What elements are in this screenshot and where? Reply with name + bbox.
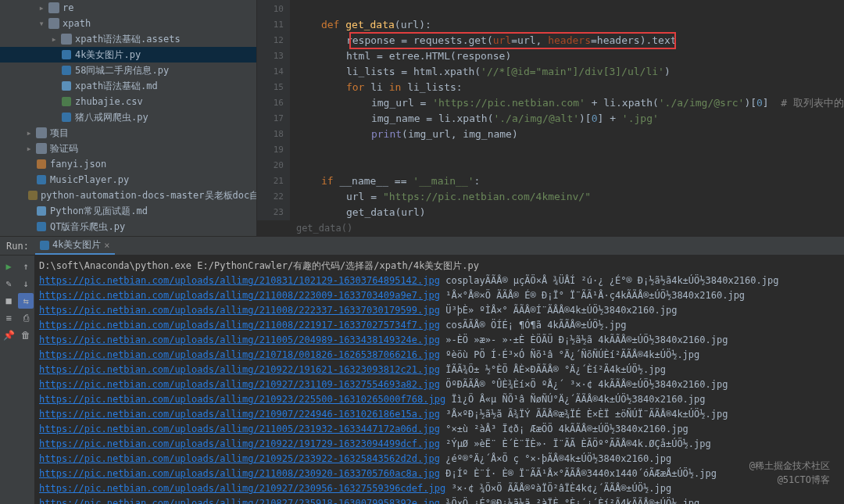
pin-icon[interactable]: 📌 [1, 327, 16, 343]
output-link[interactable]: https://pic.netbian.com/uploads/allimg/2… [39, 305, 440, 316]
project-tree[interactable]: ▸re▾xpath▸xpath语法基础.assets4k美女图片.py58同城二… [0, 0, 257, 236]
tree-item-label: zhubajie.csv [75, 96, 143, 107]
console-row: https://pic.netbian.com/uploads/allimg/2… [39, 363, 844, 377]
run-tab[interactable]: 4k美女图片 × [35, 237, 115, 255]
console-command: D:\soft\Anaconda\python.exe E:/PythonCra… [39, 259, 844, 273]
console-row: https://pic.netbian.com/uploads/allimg/2… [39, 466, 844, 481]
tree-item-label: xpath语法基础.assets [75, 33, 181, 46]
output-link[interactable]: https://pic.netbian.com/uploads/allimg/2… [39, 275, 440, 286]
code-line[interactable]: img_url = 'https://pic.netbian.com' + li… [290, 95, 844, 111]
tree-item[interactable]: ▾xpath [0, 16, 256, 31]
output-link[interactable]: https://pic.netbian.com/uploads/allimg/2… [39, 394, 445, 405]
tree-item-label: Python常见面试题.md [50, 205, 148, 218]
tree-item[interactable]: 58同城二手房信息.py [0, 63, 256, 78]
output-link[interactable]: https://pic.netbian.com/uploads/allimg/2… [39, 364, 440, 375]
trash-icon[interactable]: 🗑 [18, 327, 34, 343]
down-icon[interactable]: ↓ [18, 276, 34, 291]
tree-item[interactable]: xpath语法基础.md [0, 78, 256, 94]
code-line[interactable]: for li in li_lists: [290, 80, 844, 95]
console-row: https://pic.netbian.com/uploads/allimg/2… [39, 318, 844, 333]
output-link[interactable]: https://pic.netbian.com/uploads/allimg/2… [39, 438, 440, 449]
tree-item-label: 4k美女图片.py [75, 48, 141, 62]
tree-item-label: 58同城二手房信息.py [75, 64, 169, 77]
console-row: https://pic.netbian.com/uploads/allimg/2… [39, 348, 844, 363]
output-link[interactable]: https://pic.netbian.com/uploads/allimg/2… [39, 379, 440, 390]
output-link[interactable]: https://pic.netbian.com/uploads/allimg/2… [39, 334, 440, 345]
tree-item[interactable]: fanyi.json [0, 156, 256, 172]
tree-item[interactable]: ▸验证码 [0, 141, 256, 156]
output-link[interactable]: https://pic.netbian.com/uploads/allimg/2… [39, 483, 445, 494]
console-row: https://pic.netbian.com/uploads/allimg/2… [39, 288, 844, 303]
output-link[interactable]: https://pic.netbian.com/uploads/allimg/2… [39, 424, 440, 434]
zip-icon [28, 190, 38, 201]
tree-item[interactable]: ▸re [0, 0, 256, 16]
console-row: https://pic.netbian.com/uploads/allimg/2… [39, 452, 844, 466]
code-line[interactable]: url = "https://pic.netbian.com/4kmeinv/" [290, 189, 844, 205]
up-icon[interactable]: ↑ [18, 259, 34, 274]
tree-item-label: MusicPlayer.py [50, 174, 129, 185]
tree-item-label: fanyi.json [50, 159, 106, 170]
code-line[interactable] [290, 2, 844, 17]
chevron-icon: ▸ [38, 2, 45, 13]
watermark-51cto: @51CTO博客 [778, 474, 830, 487]
watermark-juejin: @稀土掘金技术社区 [749, 459, 830, 473]
wrap-icon[interactable]: ⇆ [18, 293, 34, 309]
output-link[interactable]: https://pic.netbian.com/uploads/allimg/2… [39, 453, 440, 464]
folder-icon [61, 34, 72, 45]
tree-item[interactable]: ▸xpath语法基础.assets [0, 31, 256, 47]
code-line[interactable]: li_lists = html.xpath('//*[@id="main"]/d… [290, 64, 844, 80]
output-link[interactable]: https://pic.netbian.com/uploads/allimg/2… [39, 320, 440, 331]
code-line[interactable]: if __name__ == '__main__': [290, 173, 844, 189]
close-icon[interactable]: × [104, 240, 109, 251]
console-row: https://pic.netbian.com/uploads/allimg/2… [39, 496, 844, 504]
code-hint: get_data() [257, 220, 844, 236]
chevron-icon: ▾ [38, 18, 45, 29]
console-row: https://pic.netbian.com/uploads/allimg/2… [39, 377, 844, 392]
output-link[interactable]: https://pic.netbian.com/uploads/allimg/2… [39, 468, 440, 479]
run-console[interactable]: D:\soft\Anaconda\python.exe E:/PythonCra… [34, 256, 844, 504]
py-icon [61, 65, 72, 76]
run-tab-label: 4k美女图片 [52, 238, 101, 252]
tree-item[interactable]: ▸项目 [0, 125, 256, 141]
output-link[interactable]: https://pic.netbian.com/uploads/allimg/2… [39, 409, 440, 420]
tree-item-label: xpath [63, 18, 91, 29]
output-link[interactable]: https://pic.netbian.com/uploads/allimg/2… [39, 349, 440, 360]
tree-item-label: 猪八戒网爬虫.py [75, 111, 148, 124]
run-toolbar: ▶ ↑ ✎ ↓ ■ ⇆ ≡ ⎙ 📌 🗑 [0, 256, 34, 504]
stop-button[interactable]: ■ [1, 293, 16, 309]
chevron-icon: ▸ [50, 34, 58, 45]
tree-item[interactable]: vip视频.py [0, 234, 256, 236]
code-line[interactable]: def get_data(url): [290, 17, 844, 33]
code-line[interactable]: get_data(url) [290, 205, 844, 220]
chevron-icon: ▸ [25, 143, 33, 154]
console-row: https://pic.netbian.com/uploads/allimg/2… [39, 333, 844, 348]
code-line[interactable]: img_name = li.xpath('./a/img/@alt')[0] +… [290, 111, 844, 127]
code-line[interactable] [290, 142, 844, 158]
output-link[interactable]: https://pic.netbian.com/uploads/allimg/2… [39, 290, 440, 301]
tree-item[interactable]: python-automation-docs-master吴老板doc自动化.z… [0, 188, 256, 203]
code-area[interactable]: def get_data(url):response = requests.ge… [290, 0, 844, 220]
tree-item[interactable]: QT版音乐爬虫.py [0, 219, 256, 234]
tree-item-label: re [63, 2, 73, 13]
code-line[interactable]: print(img_url, img_name) [290, 127, 844, 142]
folder-icon [36, 127, 47, 138]
tree-item[interactable]: MusicPlayer.py [0, 172, 256, 188]
console-row: https://pic.netbian.com/uploads/allimg/2… [39, 407, 844, 422]
tree-item[interactable]: 猪八戒网爬虫.py [0, 109, 256, 125]
csv-icon [61, 96, 72, 107]
py-icon [61, 49, 72, 60]
tree-item[interactable]: zhubajie.csv [0, 94, 256, 109]
tree-item-label: xpath语法基础.md [75, 80, 158, 93]
tools-icon[interactable]: ✎ [1, 276, 16, 291]
code-line[interactable]: response = requests.get(url=url, headers… [290, 33, 844, 48]
print-icon[interactable]: ⎙ [18, 310, 34, 326]
output-link[interactable]: https://pic.netbian.com/uploads/allimg/2… [39, 498, 440, 504]
py-icon [61, 112, 72, 123]
tree-item[interactable]: 4k美女图片.py [0, 47, 256, 63]
tree-item[interactable]: Python常见面试题.md [0, 203, 256, 219]
console-row: https://pic.netbian.com/uploads/allimg/2… [39, 481, 844, 496]
code-line[interactable]: html = etree.HTML(response) [290, 48, 844, 64]
code-line[interactable] [290, 158, 844, 173]
tasks-icon[interactable]: ≡ [1, 310, 16, 326]
rerun-button[interactable]: ▶ [1, 259, 16, 274]
